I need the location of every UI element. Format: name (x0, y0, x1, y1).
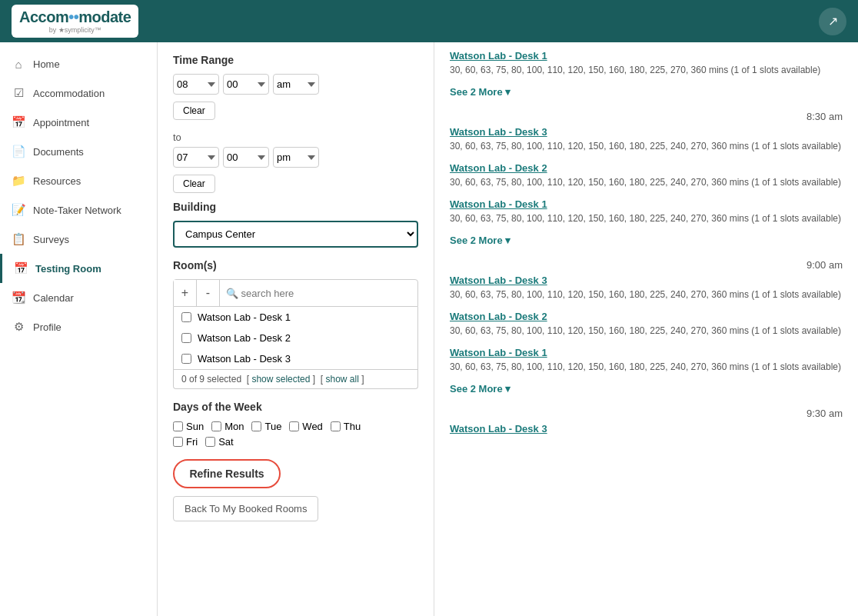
rooms-count: 0 of 9 selected (181, 374, 241, 385)
result-item: Watson Lab - Desk 2 30, 60, 63, 75, 80, … (450, 311, 843, 338)
sidebar-item-label: Calendar (33, 292, 74, 304)
day-checkbox-fri[interactable] (173, 437, 183, 447)
sidebar-item-label: Accommodation (33, 88, 105, 99)
resources-icon: 📁 (12, 174, 25, 188)
room-link[interactable]: Watson Lab - Desk 3 (450, 126, 843, 138)
day-checkbox-tue[interactable] (251, 421, 261, 431)
building-section: Building Campus Center Watson Lab Main H… (173, 201, 418, 259)
to-minute-select[interactable]: 00153045 (223, 147, 269, 168)
room-desc: 30, 60, 63, 75, 80, 100, 110, 120, 150, … (450, 63, 843, 77)
day-tue[interactable]: Tue (251, 421, 281, 432)
day-thu[interactable]: Thu (331, 421, 361, 432)
day-checkbox-sun[interactable] (173, 421, 183, 431)
from-minute-select[interactable]: 00153045 (223, 74, 269, 95)
day-wed[interactable]: Wed (289, 421, 323, 432)
day-fri[interactable]: Fri (173, 436, 198, 448)
result-item: Watson Lab - Desk 1 30, 60, 63, 75, 80, … (450, 347, 843, 374)
result-group-1: 8:30 am Watson Lab - Desk 3 30, 60, 63, … (450, 111, 843, 255)
to-ampm-select[interactable]: pmam (273, 147, 319, 168)
days-section: Days of the Week Sun Mon Tue (173, 401, 418, 448)
sidebar-item-label: Testing Room (35, 263, 101, 275)
from-hour-select[interactable]: 08091011 12010203 04050607 (173, 74, 219, 95)
time-from-row: 08091011 12010203 04050607 00153045 ampm (173, 74, 418, 95)
time-badge: 9:30 am (806, 408, 843, 419)
show-all-link[interactable]: show all (325, 374, 358, 385)
room-name: Watson Lab - Desk 1 (198, 311, 291, 323)
room-link[interactable]: Watson Lab - Desk 2 (450, 311, 843, 322)
day-sat[interactable]: Sat (205, 436, 234, 448)
sidebar-item-accommodation[interactable]: ☑ Accommodation (0, 78, 157, 108)
room-desc: 30, 60, 63, 75, 80, 100, 110, 120, 150, … (450, 211, 843, 225)
sidebar-item-appointment[interactable]: 📅 Appointment (0, 108, 157, 137)
remove-room-button[interactable]: - (197, 280, 220, 306)
room-link[interactable]: Watson Lab - Desk 1 (450, 50, 843, 62)
result-item: Watson Lab - Desk 3 (450, 423, 843, 435)
day-checkbox-thu[interactable] (331, 421, 341, 431)
sidebar-item-testing-room[interactable]: 📅 Testing Room (0, 254, 157, 283)
result-item: Watson Lab - Desk 3 30, 60, 63, 75, 80, … (450, 126, 843, 153)
room-checkbox-3[interactable] (181, 354, 191, 364)
sidebar-item-label: Documents (33, 146, 84, 158)
refine-results-button[interactable]: Refine Results (173, 459, 281, 488)
list-item[interactable]: Watson Lab - Desk 3 (174, 348, 417, 369)
see-more-link-1[interactable]: See 2 More ▾ (450, 235, 510, 246)
rooms-section: Room(s) + - Watson Lab - Desk 1 Watson L… (173, 259, 418, 389)
room-name: Watson Lab - Desk 2 (198, 332, 291, 344)
day-label: Sat (218, 436, 234, 448)
see-more-link-2[interactable]: See 2 More ▾ (450, 383, 510, 395)
back-to-booked-rooms-button[interactable]: Back To My Booked Rooms (173, 496, 318, 521)
sidebar-item-resources[interactable]: 📁 Resources (0, 166, 157, 195)
building-select[interactable]: Campus Center Watson Lab Main Hall (173, 221, 418, 248)
rooms-search-input[interactable] (220, 284, 417, 303)
to-label: to (173, 132, 418, 143)
day-label: Sun (186, 421, 204, 432)
room-desc: 30, 60, 63, 75, 80, 100, 110, 120, 150, … (450, 324, 843, 338)
day-checkbox-mon[interactable] (211, 421, 221, 431)
to-hour-select[interactable]: 07080910 11120102 03040506 (173, 147, 219, 168)
clear-to-button[interactable]: Clear (173, 175, 215, 193)
day-label: Fri (186, 436, 198, 448)
day-checkbox-wed[interactable] (289, 421, 299, 431)
sidebar-item-calendar[interactable]: 📆 Calendar (0, 283, 157, 312)
note-taker-icon: 📝 (12, 203, 25, 217)
logo-text: Accom••modate (19, 8, 131, 26)
result-item: Watson Lab - Desk 3 30, 60, 63, 75, 80, … (450, 275, 843, 301)
result-group-0: Watson Lab - Desk 1 30, 60, 63, 75, 80, … (450, 50, 843, 107)
time-badge: 9:00 am (806, 259, 843, 271)
add-room-button[interactable]: + (174, 280, 197, 306)
show-selected-link[interactable]: show selected (251, 374, 310, 385)
sidebar-item-surveys[interactable]: 📋 Surveys (0, 225, 157, 254)
day-checkbox-sat[interactable] (205, 437, 215, 447)
room-desc: 30, 60, 63, 75, 80, 100, 110, 120, 150, … (450, 360, 843, 374)
result-group-3: 9:30 am Watson Lab - Desk 3 (450, 408, 843, 435)
sidebar-item-label: Appointment (33, 117, 89, 128)
building-label: Building (173, 201, 418, 213)
room-checkbox-2[interactable] (181, 333, 191, 343)
room-link[interactable]: Watson Lab - Desk 1 (450, 198, 843, 210)
sidebar-item-profile[interactable]: ⚙ Profile (0, 312, 157, 341)
time-divider: 9:00 am (450, 259, 843, 271)
room-checkbox-1[interactable] (181, 312, 191, 322)
appointment-icon: 📅 (12, 115, 25, 129)
external-link-icon[interactable]: ↗ (819, 8, 846, 35)
room-link[interactable]: Watson Lab - Desk 3 (450, 275, 843, 286)
sidebar-item-note-taker-network[interactable]: 📝 Note-Taker Network (0, 195, 157, 225)
time-range-section: Time Range 08091011 12010203 04050607 00… (173, 54, 418, 201)
day-mon[interactable]: Mon (211, 421, 244, 432)
list-item[interactable]: Watson Lab - Desk 2 (174, 328, 417, 348)
sidebar-item-home[interactable]: ⌂ Home (0, 50, 157, 78)
sidebar-item-documents[interactable]: 📄 Documents (0, 137, 157, 166)
days-label: Days of the Week (173, 401, 418, 413)
filter-panel: Time Range 08091011 12010203 04050607 00… (158, 42, 434, 616)
list-item[interactable]: Watson Lab - Desk 1 (174, 307, 417, 328)
room-link[interactable]: Watson Lab - Desk 3 (450, 423, 843, 435)
sidebar-item-label: Home (33, 58, 60, 70)
room-link[interactable]: Watson Lab - Desk 1 (450, 347, 843, 358)
see-more-link-0[interactable]: See 2 More ▾ (450, 86, 510, 98)
day-sun[interactable]: Sun (173, 421, 204, 432)
clear-from-button[interactable]: Clear (173, 102, 215, 120)
room-desc: 30, 60, 63, 75, 80, 100, 110, 120, 150, … (450, 288, 843, 301)
room-link[interactable]: Watson Lab - Desk 2 (450, 162, 843, 174)
result-item: Watson Lab - Desk 1 30, 60, 63, 75, 80, … (450, 50, 843, 77)
from-ampm-select[interactable]: ampm (273, 74, 319, 95)
